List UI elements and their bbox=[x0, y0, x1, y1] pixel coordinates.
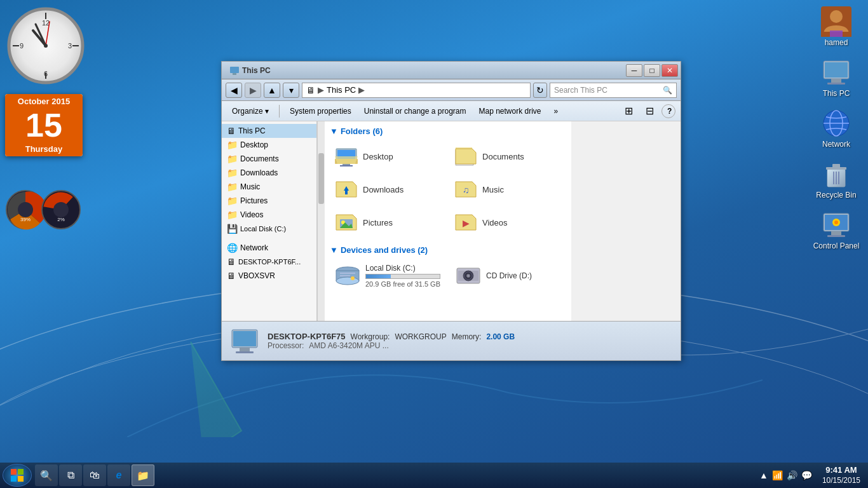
status-bar: DESKTOP-KPT6F75 Workgroup: WORKGROUP Mem… bbox=[222, 321, 681, 360]
system-properties-button[interactable]: System properties bbox=[285, 105, 356, 118]
desktop-folder-icon bbox=[335, 145, 358, 168]
taskbar-search-button[interactable]: 🔍 bbox=[35, 464, 58, 486]
drive-c-info: Local Disk (C:) 20.9 GB free of 31.5 GB bbox=[365, 264, 440, 288]
sidebar-item-downloads[interactable]: 📁 Downloads bbox=[222, 166, 316, 180]
svg-text:♫: ♫ bbox=[463, 185, 470, 195]
explorer-window: This PC ─ □ ✕ ◀ ▶ ▲ ▾ 🖥 ▶ This PC ▶ ↻ Se… bbox=[221, 61, 681, 361]
svg-rect-50 bbox=[340, 165, 353, 166]
videos-sidebar-icon: 📁 bbox=[227, 210, 238, 220]
sidebar-item-pictures[interactable]: 📁 Pictures bbox=[222, 194, 316, 208]
network-tray-icon[interactable]: 📶 bbox=[772, 470, 783, 480]
toolbar-separator bbox=[279, 105, 280, 118]
pictures-folder-icon bbox=[335, 211, 358, 234]
edge-icon: e bbox=[116, 470, 122, 481]
up-button[interactable]: ▲ bbox=[264, 83, 280, 98]
svg-text:39%: 39% bbox=[20, 217, 31, 222]
downloads-folder-icon bbox=[335, 178, 358, 201]
search-box[interactable]: Search This PC 🔍 bbox=[550, 83, 677, 98]
folder-item-documents[interactable]: Documents bbox=[449, 141, 566, 172]
taskbar-edge-button[interactable]: e bbox=[107, 464, 130, 486]
uninstall-button[interactable]: Uninstall or change a program bbox=[359, 105, 471, 118]
drives-header-text: Devices and drives (2) bbox=[341, 245, 428, 255]
volume-tray-icon[interactable]: 🔊 bbox=[787, 470, 797, 480]
drive-item-d[interactable]: CD Drive (D:) bbox=[451, 260, 566, 292]
taskbar-tray: ▲ 📶 🔊 💬 bbox=[754, 470, 817, 480]
sidebar-item-vboxsvr[interactable]: 🖥 VBOXSVR bbox=[222, 269, 316, 283]
desktop-sidebar-icon: 📁 bbox=[227, 140, 238, 150]
taskbar-explorer-button[interactable]: 📁 bbox=[132, 464, 154, 486]
downloads-sidebar-icon: 📁 bbox=[227, 168, 238, 178]
view-list-button[interactable]: ⊟ bbox=[641, 103, 659, 119]
desktop-icon-control-panel[interactable]: Control Panel bbox=[811, 210, 862, 250]
organize-button[interactable]: Organize ▾ bbox=[227, 105, 274, 118]
folder-pictures-name: Pictures bbox=[363, 218, 393, 227]
taskbar-taskview-button[interactable]: ⧉ bbox=[59, 464, 82, 486]
desktop-icon-network[interactable]: Network bbox=[811, 108, 862, 149]
drives-section-header: ▼ Devices and drives (2) bbox=[330, 245, 566, 255]
start-button[interactable] bbox=[3, 464, 32, 487]
help-button[interactable]: ? bbox=[661, 104, 675, 118]
notification-tray-icon[interactable]: 💬 bbox=[801, 470, 812, 480]
drive-c-name: Local Disk (C:) bbox=[365, 264, 440, 273]
sidebar-item-music[interactable]: 📁 Music bbox=[222, 180, 316, 194]
svg-point-17 bbox=[18, 202, 33, 217]
desktop-icon-hamed[interactable]: hamed bbox=[811, 6, 862, 47]
folder-item-music[interactable]: ♫ Music bbox=[449, 174, 566, 205]
sidebar-item-desktop-kpt[interactable]: 🖥 DESKTOP-KPT6F... bbox=[222, 255, 316, 269]
sidebar-item-network[interactable]: 🌐 Network bbox=[222, 241, 316, 255]
processor-label: Processor: bbox=[268, 341, 304, 350]
icon-hamed-label: hamed bbox=[825, 38, 848, 47]
svg-text:9: 9 bbox=[20, 42, 24, 50]
drives-grid: Local Disk (C:) 20.9 GB free of 31.5 GB bbox=[330, 260, 566, 292]
maximize-button[interactable]: □ bbox=[644, 64, 660, 77]
taskbar-time: 9:41 AM bbox=[825, 465, 857, 476]
view-details-button[interactable]: ⊞ bbox=[620, 103, 638, 119]
desktop-kpt-sidebar-icon: 🖥 bbox=[227, 257, 236, 267]
address-path[interactable]: 🖥 ▶ This PC ▶ bbox=[302, 83, 531, 98]
recent-button[interactable]: ▾ bbox=[283, 83, 299, 98]
close-button[interactable]: ✕ bbox=[661, 64, 678, 77]
sidebar-item-videos[interactable]: 📁 Videos bbox=[222, 208, 316, 222]
content-area: 🖥 This PC 📁 Desktop 📁 Documents 📁 Downlo… bbox=[222, 121, 681, 321]
back-button[interactable]: ◀ bbox=[226, 83, 242, 98]
window-titlebar: This PC ─ □ ✕ bbox=[222, 62, 681, 79]
sidebar-scrollbar[interactable] bbox=[317, 121, 325, 321]
map-network-button[interactable]: Map network drive bbox=[474, 105, 546, 118]
folder-videos-name: Videos bbox=[482, 218, 508, 227]
svg-rect-42 bbox=[827, 235, 845, 237]
taskbar-date: 10/15/2015 bbox=[822, 476, 860, 486]
folders-arrow: ▼ bbox=[330, 126, 338, 136]
sidebar-item-localdisk[interactable]: 💾 Local Disk (C:) bbox=[222, 222, 316, 236]
sidebar-item-documents[interactable]: 📁 Documents bbox=[222, 152, 316, 166]
svg-rect-41 bbox=[831, 231, 841, 235]
folder-item-videos[interactable]: ▶ Videos bbox=[449, 207, 566, 238]
status-pc-name: DESKTOP-KPT6F75 bbox=[268, 332, 346, 341]
folder-downloads-name: Downloads bbox=[363, 185, 403, 194]
memory-label: Memory: bbox=[452, 332, 482, 341]
folder-item-desktop[interactable]: Desktop bbox=[330, 141, 447, 172]
folder-item-pictures[interactable]: Pictures bbox=[330, 207, 447, 238]
drives-arrow: ▼ bbox=[330, 245, 338, 255]
sidebar-desktopkpt-label: DESKTOP-KPT6F... bbox=[238, 258, 301, 266]
drive-c-bar-container bbox=[365, 274, 440, 279]
path-text: This PC bbox=[327, 85, 356, 95]
refresh-button[interactable]: ↻ bbox=[533, 83, 547, 98]
processor-value: AMD A6-3420M APU ... bbox=[309, 341, 388, 350]
windows-logo-icon bbox=[10, 468, 24, 482]
folder-item-downloads[interactable]: Downloads bbox=[330, 174, 447, 205]
sidebar-documents-label: Documents bbox=[240, 154, 279, 163]
svg-rect-26 bbox=[825, 62, 848, 78]
sidebar-item-thispc[interactable]: 🖥 This PC bbox=[222, 124, 316, 138]
sidebar-item-desktop[interactable]: 📁 Desktop bbox=[222, 138, 316, 152]
calendar-day: 15 bbox=[5, 107, 83, 143]
taskbar-store-button[interactable]: 🛍 bbox=[83, 464, 106, 486]
forward-button[interactable]: ▶ bbox=[245, 83, 261, 98]
desktop-icon-thispc[interactable]: This PC bbox=[811, 57, 862, 98]
desktop-icon-recycle-bin[interactable]: Recycle Bin bbox=[811, 159, 862, 200]
drive-item-c[interactable]: Local Disk (C:) 20.9 GB free of 31.5 GB bbox=[330, 260, 445, 292]
more-button[interactable]: » bbox=[549, 105, 564, 118]
show-hidden-icon[interactable]: ▲ bbox=[759, 470, 768, 480]
address-bar: ◀ ▶ ▲ ▾ 🖥 ▶ This PC ▶ ↻ Search This PC 🔍 bbox=[222, 79, 681, 101]
minimize-button[interactable]: ─ bbox=[626, 64, 642, 77]
taskbar-clock[interactable]: 9:41 AM 10/15/2015 bbox=[817, 465, 865, 485]
